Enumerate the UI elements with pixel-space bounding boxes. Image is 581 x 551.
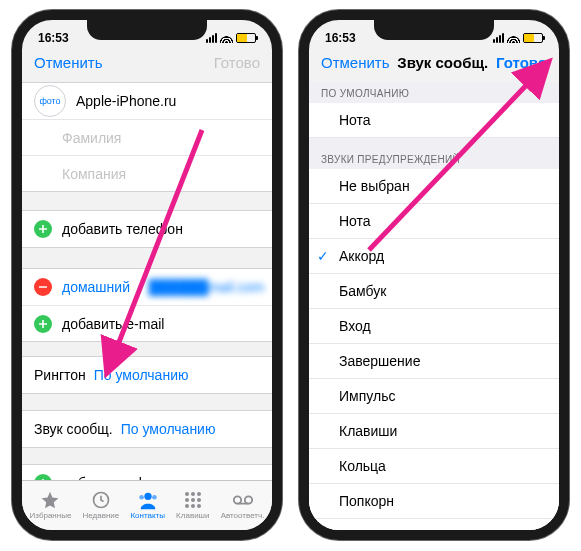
tab-contacts[interactable]: Контакты xyxy=(130,490,165,520)
phone-left: 16:53 Отменить Готово фото Apple-iPhone.… xyxy=(12,10,282,540)
star-icon xyxy=(39,490,61,510)
svg-point-6 xyxy=(197,492,201,496)
plus-icon xyxy=(34,315,52,333)
sound-option[interactable]: Бамбук xyxy=(309,274,559,309)
svg-point-9 xyxy=(197,498,201,502)
sound-option[interactable]: Попкорн xyxy=(309,484,559,519)
sound-option-label: Вход xyxy=(339,318,371,334)
navbar: Отменить Готово xyxy=(22,50,272,79)
wifi-icon xyxy=(220,33,233,43)
svg-point-12 xyxy=(197,504,201,508)
svg-point-10 xyxy=(185,504,189,508)
phone-right: 16:53 Отменить Звук сообщ. Готово ПО УМО… xyxy=(299,10,569,540)
svg-point-2 xyxy=(139,494,144,499)
svg-point-11 xyxy=(191,504,195,508)
svg-point-14 xyxy=(244,496,251,503)
tab-recents[interactable]: Недавние xyxy=(83,490,120,520)
ringtone-label: Рингтон xyxy=(34,367,86,383)
sound-option[interactable]: Привет! xyxy=(309,519,559,530)
sound-option[interactable]: Кольца xyxy=(309,449,559,484)
svg-point-4 xyxy=(185,492,189,496)
tab-keypad[interactable]: Клавиши xyxy=(176,490,209,520)
sound-option-label: Привет! xyxy=(339,528,390,530)
person-icon xyxy=(137,490,159,510)
minus-icon xyxy=(34,278,52,296)
sound-option-label: Импульс xyxy=(339,388,395,404)
tab-bar: Избранные Недавние Контакты Клавиши Авто… xyxy=(22,480,272,530)
status-time: 16:53 xyxy=(325,31,356,45)
photo-button[interactable]: фото xyxy=(34,85,66,117)
plus-icon xyxy=(34,220,52,238)
tab-favorites[interactable]: Избранные xyxy=(30,490,72,520)
checkmark-icon: ✓ xyxy=(317,248,333,264)
status-time: 16:53 xyxy=(38,31,69,45)
svg-point-3 xyxy=(152,494,157,499)
sound-option-label: Кольца xyxy=(339,458,386,474)
svg-point-5 xyxy=(191,492,195,496)
status-indicators xyxy=(493,33,543,43)
battery-icon xyxy=(236,33,256,43)
sound-option-label: Клавиши xyxy=(339,423,397,439)
cellular-icon xyxy=(493,33,504,43)
svg-line-16 xyxy=(369,72,539,250)
keypad-icon xyxy=(182,490,204,510)
text-sound-row[interactable]: Звук сообщ. По умолчанию xyxy=(22,411,272,447)
sound-option[interactable]: Завершение xyxy=(309,344,559,379)
sound-option[interactable]: Вход xyxy=(309,309,559,344)
sound-option[interactable]: Клавиши xyxy=(309,414,559,449)
svg-point-8 xyxy=(191,498,195,502)
svg-point-7 xyxy=(185,498,189,502)
svg-point-13 xyxy=(233,496,240,503)
annotation-arrow xyxy=(92,120,222,384)
voicemail-icon xyxy=(232,490,254,510)
sound-option-label: Завершение xyxy=(339,353,420,369)
notch xyxy=(374,18,494,40)
annotation-arrow xyxy=(359,60,559,264)
done-button-disabled: Готово xyxy=(214,54,260,71)
cellular-icon xyxy=(206,33,217,43)
cancel-button[interactable]: Отменить xyxy=(34,54,103,71)
sound-option[interactable]: Импульс xyxy=(309,379,559,414)
sound-option-label: Бамбук xyxy=(339,283,386,299)
status-indicators xyxy=(206,33,256,43)
wifi-icon xyxy=(507,33,520,43)
first-name-field[interactable]: Apple-iPhone.ru xyxy=(76,93,176,109)
svg-point-1 xyxy=(144,492,151,499)
name-row[interactable]: фото Apple-iPhone.ru xyxy=(22,83,272,119)
sound-option-label: Попкорн xyxy=(339,493,394,509)
text-sound-label: Звук сообщ. xyxy=(34,421,113,437)
battery-icon xyxy=(523,33,543,43)
notch xyxy=(87,18,207,40)
tab-voicemail[interactable]: Автоответч. xyxy=(221,490,265,520)
clock-icon xyxy=(90,490,112,510)
svg-line-15 xyxy=(112,130,202,360)
text-sound-value: По умолчанию xyxy=(121,421,216,437)
